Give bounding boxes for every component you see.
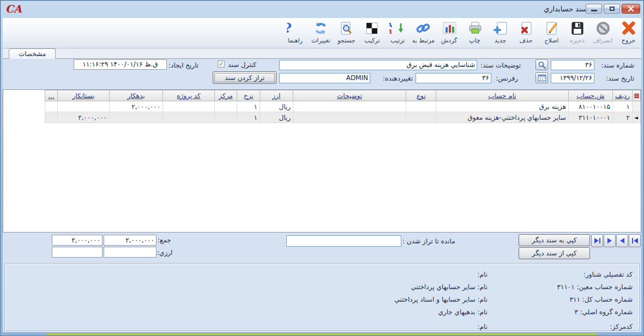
row-selector[interactable]	[633, 101, 641, 112]
restore-button[interactable]	[604, 4, 620, 14]
cell-debit[interactable]: ۲,۰۰۰,۰۰۰	[110, 101, 163, 112]
cell-rate[interactable]: ۱	[237, 112, 260, 123]
save-icon	[568, 20, 587, 37]
cell-debit[interactable]	[110, 112, 163, 123]
cell-type[interactable]	[406, 112, 436, 123]
column-header-type[interactable]: نوع	[406, 90, 436, 101]
nav-next-button[interactable]	[604, 234, 616, 247]
column-header-row[interactable]: رديف	[613, 90, 633, 101]
doc-number-label: شماره سند:	[601, 62, 634, 69]
minimize-button[interactable]	[586, 4, 602, 14]
column-header-rate[interactable]: نرخ	[237, 90, 260, 101]
tab-strip	[3, 48, 641, 58]
search-document-icon	[337, 20, 356, 37]
cell-credit[interactable]	[58, 101, 110, 112]
cell-more[interactable]	[45, 112, 58, 123]
help-button[interactable]: ? راهنما	[283, 20, 308, 44]
cell-currency[interactable]: ريال	[260, 101, 293, 112]
column-header-account-no[interactable]: ش.حساب	[569, 90, 613, 101]
cell-center[interactable]	[215, 101, 237, 112]
currency-sum-label: ارزي:	[157, 249, 172, 256]
cell-project-code[interactable]	[163, 112, 215, 123]
tab-specifications[interactable]: مشخصات	[9, 48, 56, 59]
cancel-button[interactable]: انصراف	[591, 20, 615, 44]
doc-date-input[interactable]: ۱۳۹۹/۱۲/۲۶	[551, 73, 594, 83]
reference-input[interactable]: ۳۶	[416, 73, 491, 83]
bottom-border-strip	[47, 333, 597, 335]
column-header-project-code[interactable]: كد پروژه	[163, 90, 215, 101]
cell-rate[interactable]: ۱	[237, 101, 260, 112]
nav-first-icon	[634, 238, 638, 243]
grid-row-2-current[interactable]: ◄ ۲ ۳۱۱۰۱۰۰۰۱ ساير حسابهاي پرداختني-هزين…	[45, 112, 641, 123]
calendar-button[interactable]	[535, 72, 548, 83]
doc-description-input[interactable]: شناسايي هزينه قبض برق	[279, 60, 477, 70]
search-button[interactable]: جستجو	[334, 20, 359, 44]
sum-label: جمع:	[158, 236, 171, 244]
save-button[interactable]: ذخيره	[565, 20, 589, 44]
column-header-account-name[interactable]: نام حساب	[436, 90, 569, 101]
minimize-icon	[591, 10, 597, 11]
new-icon	[491, 20, 510, 37]
floating-detail-code-line: كد تفصيلي شناور:	[488, 268, 633, 281]
doc-description-label: توضيحات سند:	[480, 62, 521, 69]
close-icon	[627, 5, 635, 12]
copy-to-document-button[interactable]: كپي به سند ديگر	[519, 234, 590, 246]
doc-number-input[interactable]: ۳۶	[551, 60, 594, 70]
edit-button[interactable]: اصلاح	[539, 20, 564, 44]
print-button[interactable]: چاپ	[462, 20, 487, 44]
column-header-center[interactable]: مركز	[215, 90, 237, 101]
doc-number-lookup-button[interactable]	[535, 59, 548, 70]
reference-label: رفرنس:	[496, 75, 518, 82]
balance-remaining-input[interactable]	[286, 235, 401, 247]
delete-button[interactable]: حذف	[514, 20, 538, 44]
cell-center[interactable]	[215, 112, 237, 123]
cell-row[interactable]: ۲	[613, 112, 633, 123]
column-header-more[interactable]: ...	[45, 90, 58, 101]
name-line: نام:	[253, 321, 487, 333]
related-to-button[interactable]: مرتبط به	[411, 20, 436, 44]
cell-type[interactable]	[406, 101, 436, 112]
account-codes-column: كد تفصيلي شناور: شماره حساب معين: ۳۱۱۰۱ …	[488, 268, 633, 333]
nav-prev-button[interactable]	[616, 234, 628, 247]
cell-account-name[interactable]: ساير حسابهاي پرداختني-هزينه معوق	[436, 112, 569, 123]
currency-credit-value	[52, 247, 103, 258]
sort-button[interactable]: AB ترتيب	[386, 20, 410, 44]
cell-account-no[interactable]: ۳۱۱۰۱۰۰۰۱	[569, 112, 613, 123]
current-row-indicator[interactable]: ◄	[633, 112, 641, 123]
composition-icon	[363, 20, 381, 37]
svg-text:B: B	[389, 28, 392, 35]
cell-row[interactable]: ۱	[613, 101, 633, 112]
sort-icon: AB	[388, 20, 407, 37]
close-button[interactable]	[622, 4, 640, 14]
account-info-panel: كد تفصيلي شناور: شماره حساب معين: ۳۱۱۰۱ …	[4, 263, 640, 331]
app-logo: CA	[5, 3, 22, 15]
new-button[interactable]: جديد	[488, 20, 513, 44]
turnover-button[interactable]: گردش	[437, 20, 461, 44]
nav-first-button[interactable]	[629, 234, 641, 247]
cell-description[interactable]	[293, 112, 406, 123]
column-header-currency[interactable]: ارز	[260, 90, 293, 101]
grid-row-1[interactable]: ۱ ۸۱۰۰۱۰۰۱۵ هزينه برق ريال ۱ ۲,۰۰۰,۰۰۰	[45, 101, 641, 112]
column-header-debit[interactable]: بدهكار	[110, 90, 163, 101]
composition-button[interactable]: تركيب	[360, 20, 384, 44]
entries-grid: رديف ش.حساب نام حساب نوع توضيحات ارز نرخ…	[3, 89, 641, 233]
control-document-checkbox[interactable]: ✓	[218, 60, 225, 68]
exit-button[interactable]: خروج	[616, 20, 641, 44]
cell-description[interactable]	[293, 101, 406, 112]
cell-currency[interactable]: ريال	[260, 112, 293, 123]
changes-button[interactable]: تغييرات	[309, 20, 333, 44]
cell-account-no[interactable]: ۸۱۰۰۱۰۰۱۵	[569, 101, 613, 112]
modifier-input[interactable]: ADMIN	[279, 73, 370, 83]
column-header-credit[interactable]: بستانكار	[58, 90, 110, 101]
cell-project-code[interactable]	[163, 101, 215, 112]
balance-document-button[interactable]: تراز كردن سند	[213, 71, 276, 84]
subsidiary-account-line: شماره حساب معين: ۳۱۱۰۱	[488, 281, 633, 294]
grid-menu-button[interactable]	[633, 90, 641, 101]
copy-from-document-button[interactable]: كپي از سند ديگر	[519, 247, 590, 259]
cell-more[interactable]	[45, 101, 58, 112]
nav-last-button[interactable]	[591, 234, 603, 247]
cell-credit[interactable]: ۲,۰۰۰,۰۰۰	[58, 112, 110, 123]
cell-account-name[interactable]: هزينه برق	[436, 101, 569, 112]
bar-chart-icon	[440, 20, 459, 37]
column-header-description[interactable]: توضيحات	[293, 90, 406, 101]
